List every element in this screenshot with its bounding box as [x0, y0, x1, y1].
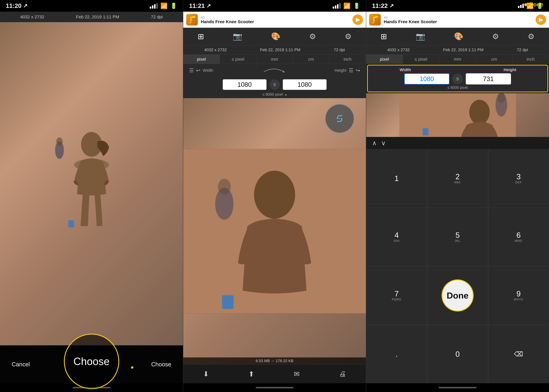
- key-0[interactable]: 0: [427, 325, 488, 383]
- share-icon-2[interactable]: ⬆: [248, 370, 254, 378]
- link-button-3[interactable]: [452, 74, 463, 84]
- key-9[interactable]: 9 WXYZ: [488, 266, 549, 325]
- key-dot[interactable]: .: [366, 325, 427, 383]
- svg-marker-6: [283, 71, 285, 72]
- status-bar-2: 11:21 ↗ 📶 🔋: [183, 0, 366, 12]
- toolbar-3: ⊞ 📷 🎨 ⚙ ⚙: [366, 28, 549, 45]
- toolbar-gear-icon-3[interactable]: ⚙: [528, 32, 535, 41]
- key-delete[interactable]: ⌫: [488, 325, 549, 383]
- bar1: [150, 7, 151, 9]
- download-icon-2[interactable]: ⬇: [203, 370, 209, 378]
- toolbar-image-icon-3[interactable]: ⊞: [381, 32, 387, 41]
- key-8[interactable]: Done: [427, 266, 488, 325]
- toolbar-gear-icon-2[interactable]: ⚙: [345, 32, 352, 41]
- height-input-3[interactable]: 731: [466, 73, 511, 84]
- redo-icon-2[interactable]: ↪: [356, 67, 360, 73]
- height-input-2[interactable]: 1080: [283, 79, 327, 90]
- toolbar-sliders-icon-3[interactable]: ⚙: [492, 32, 499, 41]
- bar1-2: [333, 7, 334, 9]
- key-5[interactable]: 5 JKL: [427, 208, 488, 266]
- chevron-row-3: ∧ ∨ Done: [366, 137, 549, 149]
- wifi-icon-1: 📶: [160, 2, 168, 9]
- photo-container-1[interactable]: [0, 22, 183, 345]
- key-7[interactable]: 7 PQRS: [366, 266, 427, 325]
- dimensions-3: 4032 x 2732: [387, 48, 410, 52]
- mail-icon-2[interactable]: ✉: [294, 370, 299, 378]
- file-size-bar-2: 6.53 MB → 178.32 KB: [183, 357, 366, 364]
- ad-bar-3: 🦵 AD Hands Free Knee Scooter ▶: [366, 12, 549, 28]
- tab-lepixel-3[interactable]: ≤ pixel: [403, 55, 439, 64]
- bar4: [156, 3, 158, 9]
- signal-bars-1: [150, 3, 158, 9]
- tab-pixel-2[interactable]: pixel: [183, 55, 220, 64]
- chevron-up-button[interactable]: ∧: [372, 139, 377, 147]
- toolbar-sliders-icon-2[interactable]: ⚙: [309, 32, 316, 41]
- tab-cm-2[interactable]: cm: [293, 55, 329, 64]
- link-button-2[interactable]: [269, 79, 280, 90]
- key-6[interactable]: 6 MNO: [488, 208, 549, 266]
- choose-circle[interactable]: Choose: [64, 334, 119, 389]
- svg-point-10: [254, 171, 295, 219]
- tab-inch-2[interactable]: inch: [329, 55, 366, 64]
- toolbar-camera-icon-2[interactable]: 📷: [233, 32, 242, 41]
- ad-button-3[interactable]: ▶: [535, 14, 546, 25]
- tab-pixel-3[interactable]: pixel: [366, 55, 403, 64]
- dimension-inputs-2: 1080 1080: [183, 77, 366, 91]
- svg-point-12: [218, 179, 231, 195]
- toolbar-palette-icon-2[interactable]: 🎨: [271, 32, 280, 41]
- info-bar-2: 4032 x 2732 Feb 22, 2019 1:11 PM 72 dpi: [183, 45, 366, 55]
- width-input-2[interactable]: 1080: [223, 79, 266, 90]
- svg-point-4: [56, 137, 63, 146]
- done-dot-icon: [523, 2, 528, 7]
- width-input-3[interactable]: 1080: [404, 73, 449, 84]
- ad-button-2[interactable]: ▶: [353, 14, 363, 25]
- key-3[interactable]: 3 DEF: [488, 149, 549, 208]
- chevron-down-button[interactable]: ∨: [381, 139, 386, 147]
- wifi-icon-2: 📶: [343, 2, 351, 9]
- dim-right-2: Height ☰ ↪: [334, 67, 360, 73]
- battery-icon-2: 🔋: [353, 3, 360, 9]
- cancel-button[interactable]: Cancel: [12, 361, 30, 368]
- time-1: 11:20: [6, 2, 21, 9]
- annotation-dot-choose: [131, 366, 133, 369]
- tab-lepixel-2[interactable]: ≤ pixel: [220, 55, 257, 64]
- dim-headers-3: Width Height: [371, 68, 544, 72]
- tab-mm-2[interactable]: mm: [256, 55, 293, 64]
- dpi-1: 72 dpi: [151, 14, 163, 19]
- undo-icon-2[interactable]: ↩: [196, 67, 201, 73]
- dim-inputs-row-3: 1080 731: [371, 73, 544, 84]
- choose-bottom-button[interactable]: Choose: [151, 361, 171, 368]
- link-icon-large: [332, 111, 347, 126]
- battery-icon-1: 🔋: [170, 3, 177, 9]
- panel-3: 11:22 ↗ 📶 🔋 🦵 AD Hands Free Knee Scooter…: [366, 0, 549, 392]
- toolbar-image-icon-2[interactable]: ⊞: [198, 32, 204, 41]
- key-1[interactable]: 1: [366, 149, 427, 208]
- meta-bar-1: 4032 x 2732 Feb 22, 2019 1:11 PM 72 dpi: [0, 12, 183, 22]
- signal-bars-3: [518, 4, 524, 8]
- status-icons-1: 📶 🔋: [150, 2, 177, 9]
- location-icon-3: ↗: [389, 3, 394, 9]
- panel-2: 11:21 ↗ 📶 🔋 🦵 AD Hands Free Knee Scooter…: [183, 0, 366, 392]
- print-icon-2[interactable]: 🖨: [339, 370, 346, 378]
- done-circle-key[interactable]: Done: [442, 280, 474, 311]
- dpi-3: 72 dpi: [517, 48, 528, 52]
- hamburger-icon-2[interactable]: ☰: [189, 67, 194, 73]
- curve-arrow-2: [262, 68, 285, 73]
- status-icons-2: 📶 🔋: [333, 2, 360, 9]
- toolbar-camera-icon-3[interactable]: 📷: [416, 32, 425, 41]
- tab-mm-3[interactable]: mm: [439, 55, 476, 64]
- bar3-2: [337, 4, 339, 9]
- home-indicator-2: [183, 383, 366, 392]
- statue-svg-1: [51, 121, 132, 246]
- tab-cm-3[interactable]: cm: [476, 55, 512, 64]
- toolbar-palette-icon-3[interactable]: 🎨: [454, 32, 463, 41]
- dim-curve-2: [262, 68, 285, 73]
- date-1: Feb 22, 2019 1:11 PM: [76, 14, 119, 19]
- key-4[interactable]: 4 GHI: [366, 208, 427, 266]
- done-button[interactable]: Done: [447, 291, 469, 301]
- tab-inch-3[interactable]: inch: [512, 55, 549, 64]
- key-2[interactable]: 2 ABC: [427, 149, 488, 208]
- hamburger-icon-r-2[interactable]: ☰: [349, 67, 353, 73]
- time-2: 11:21: [189, 2, 205, 9]
- focused-dimension-area: Width Height 1080 731: [367, 65, 548, 92]
